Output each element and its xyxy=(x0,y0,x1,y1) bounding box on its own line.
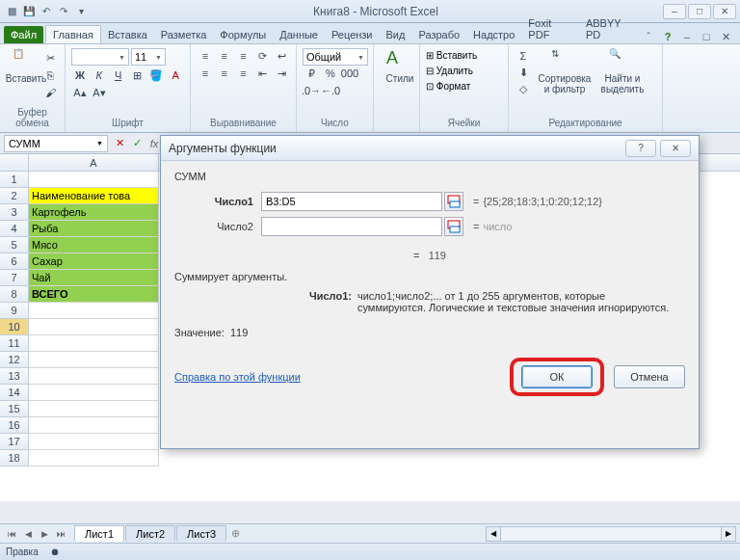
row-header[interactable]: 11 xyxy=(0,335,29,352)
tab-insert[interactable]: Вставка xyxy=(101,26,154,43)
cell[interactable] xyxy=(29,434,159,450)
row-header[interactable]: 14 xyxy=(0,385,29,401)
tab-layout[interactable]: Разметка xyxy=(154,26,214,43)
arg2-input[interactable] xyxy=(261,217,442,236)
delete-cells-button[interactable]: ⊟ Удалить xyxy=(426,64,502,79)
tab-view[interactable]: Вид xyxy=(380,26,412,43)
cell[interactable] xyxy=(29,335,159,352)
indent-dec-button[interactable]: ⇤ xyxy=(253,66,271,81)
row-header[interactable]: 1 xyxy=(0,172,29,188)
new-sheet-button[interactable]: ⊕ xyxy=(231,527,240,540)
copy-icon[interactable]: ⎘ xyxy=(41,67,59,83)
font-name-combo[interactable]: ▼ xyxy=(71,48,129,66)
percent-button[interactable]: % xyxy=(322,66,339,81)
macro-record-icon[interactable]: ⏺ xyxy=(50,547,60,557)
cell[interactable]: Картофель xyxy=(29,204,159,221)
tab-addins[interactable]: Надстро xyxy=(466,26,521,43)
row-header[interactable]: 5 xyxy=(0,237,29,253)
ok-button[interactable]: ОК xyxy=(521,365,593,388)
cell[interactable] xyxy=(29,450,159,467)
font-size-combo[interactable]: 11▼ xyxy=(131,48,166,66)
cell[interactable]: Мясо xyxy=(29,237,159,253)
underline-button[interactable]: Ч xyxy=(110,67,127,83)
sort-filter-button[interactable]: ⇅ Сортировка и фильтр xyxy=(538,48,592,94)
clear-button[interactable]: ◇ xyxy=(515,81,532,96)
align-right-button[interactable]: ≡ xyxy=(235,66,252,81)
qat-dropdown-icon[interactable]: ▾ xyxy=(73,4,89,19)
sheet-tab-3[interactable]: Лист3 xyxy=(176,525,226,542)
enter-formula-icon[interactable]: ✓ xyxy=(129,136,145,151)
align-left-button[interactable]: ≡ xyxy=(197,66,214,81)
row-header[interactable]: 15 xyxy=(0,401,29,417)
row-header[interactable]: 17 xyxy=(0,434,29,450)
border-button[interactable]: ⊞ xyxy=(128,67,145,83)
inc-decimal-button[interactable]: .0→ xyxy=(303,83,320,98)
cell[interactable]: Сахар xyxy=(29,253,159,270)
sheet-nav-last-icon[interactable]: ⏭ xyxy=(53,526,68,542)
row-header[interactable]: 2 xyxy=(0,188,29,204)
name-box[interactable]: СУММ▼ xyxy=(4,135,108,152)
fill-color-button[interactable]: 🪣 xyxy=(147,67,165,83)
font-color-button[interactable]: A xyxy=(167,67,184,83)
cell[interactable]: ВСЕГО xyxy=(29,286,159,303)
cell[interactable] xyxy=(29,401,159,417)
italic-button[interactable]: К xyxy=(91,67,108,83)
tab-formulas[interactable]: Формулы xyxy=(213,26,273,43)
format-painter-icon[interactable]: 🖌 xyxy=(41,85,59,100)
sheet-nav-prev-icon[interactable]: ◀ xyxy=(20,526,36,542)
sheet-nav-next-icon[interactable]: ▶ xyxy=(37,526,52,542)
cell[interactable] xyxy=(29,385,159,401)
ribbon-minimize-icon[interactable]: ˆ xyxy=(642,30,655,43)
row-header[interactable]: 8 xyxy=(0,286,29,303)
tab-data[interactable]: Данные xyxy=(273,26,325,43)
maximize-button[interactable]: □ xyxy=(688,4,711,19)
save-icon[interactable]: 💾 xyxy=(21,4,37,19)
scroll-left-icon[interactable]: ◀ xyxy=(486,526,501,542)
styles-button[interactable]: A Стили xyxy=(380,48,420,84)
row-header[interactable]: 12 xyxy=(0,352,29,368)
arg1-ref-button[interactable] xyxy=(444,192,463,211)
paste-button[interactable]: 📋 Вставить xyxy=(6,48,46,84)
row-header[interactable]: 10 xyxy=(0,319,29,335)
indent-inc-button[interactable]: ⇥ xyxy=(273,66,290,81)
select-all-corner[interactable] xyxy=(0,154,29,171)
row-header[interactable]: 7 xyxy=(0,270,29,286)
wrap-text-button[interactable]: ↩ xyxy=(273,48,290,64)
undo-icon[interactable]: ↶ xyxy=(39,4,54,19)
cancel-button[interactable]: Отмена xyxy=(614,365,685,388)
redo-icon[interactable]: ↷ xyxy=(56,4,71,19)
cell[interactable] xyxy=(29,172,159,188)
currency-button[interactable]: ₽ xyxy=(303,66,320,81)
cell[interactable]: Рыба xyxy=(29,221,159,237)
help-link[interactable]: Справка по этой функции xyxy=(174,371,301,383)
cell[interactable] xyxy=(29,352,159,368)
cell[interactable] xyxy=(29,303,159,319)
tab-foxit[interactable]: Foxit PDF xyxy=(521,14,579,43)
doc-minimize-icon[interactable]: – xyxy=(680,30,694,43)
arg1-input[interactable] xyxy=(261,192,442,211)
number-format-combo[interactable]: Общий▼ xyxy=(303,48,368,66)
cell[interactable]: Чай xyxy=(29,270,159,286)
bold-button[interactable]: Ж xyxy=(71,67,89,83)
tab-home[interactable]: Главная xyxy=(45,25,101,43)
sheet-tab-1[interactable]: Лист1 xyxy=(74,525,124,542)
comma-button[interactable]: 000 xyxy=(341,66,358,81)
arg2-ref-button[interactable] xyxy=(444,217,463,236)
doc-close-icon[interactable]: ✕ xyxy=(719,30,732,43)
shrink-font-button[interactable]: A▾ xyxy=(91,85,108,100)
align-top-button[interactable]: ≡ xyxy=(197,48,214,64)
row-header[interactable]: 18 xyxy=(0,450,29,467)
cell[interactable] xyxy=(29,319,159,335)
cancel-formula-icon[interactable]: ✕ xyxy=(112,136,127,151)
col-header-a[interactable]: A xyxy=(29,154,159,171)
close-button[interactable]: ✕ xyxy=(713,4,736,19)
sheet-tab-2[interactable]: Лист2 xyxy=(125,525,175,542)
grow-font-button[interactable]: A▴ xyxy=(71,85,89,100)
row-header[interactable]: 6 xyxy=(0,253,29,270)
scroll-right-icon[interactable]: ▶ xyxy=(721,526,736,542)
tab-abbyy[interactable]: ABBYY PD xyxy=(579,14,642,43)
orientation-button[interactable]: ⟳ xyxy=(253,48,271,64)
row-header[interactable]: 9 xyxy=(0,303,29,319)
cell[interactable]: Наименование това xyxy=(29,188,159,204)
doc-restore-icon[interactable]: □ xyxy=(700,30,713,43)
